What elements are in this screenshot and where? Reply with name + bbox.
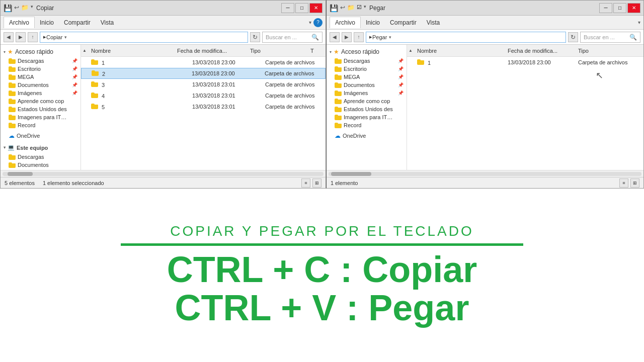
- right-documentos-pin-icon: 📌: [398, 82, 404, 87]
- left-sidebar-aprende[interactable]: Aprende como cop: [1, 97, 80, 105]
- left-file-row-2[interactable]: 2 13/03/2018 23:00 Carpeta de archivos: [81, 68, 326, 79]
- right-col-nombre[interactable]: Nombre: [414, 48, 508, 54]
- left-sidebar-imagenes[interactable]: Imágenes 📌: [1, 89, 80, 97]
- right-sidebar-onedrive[interactable]: ☁ OneDrive: [327, 131, 407, 140]
- left-sidebar-descargas[interactable]: Descargas 📌: [1, 57, 80, 65]
- right-sidebar-record[interactable]: Record: [327, 121, 407, 129]
- right-close-button[interactable]: ✕: [627, 3, 640, 13]
- left-back-button[interactable]: ◀: [4, 32, 14, 42]
- right-tab-vista[interactable]: Vista: [422, 17, 445, 28]
- left-imagenes-folder-icon: [9, 90, 16, 96]
- left-minimize-button[interactable]: ─: [281, 3, 294, 13]
- right-sidebar-imagenes-itec[interactable]: Imagenes para ITEC: [327, 113, 407, 121]
- left-sidebar-escritorio[interactable]: Escritorio 📌: [1, 65, 80, 73]
- right-scrollbar-track[interactable]: [329, 172, 641, 176]
- right-back-button[interactable]: ◀: [330, 32, 340, 42]
- right-col-fecha[interactable]: Fecha de modifica...: [508, 48, 578, 54]
- left-help-button[interactable]: ?: [313, 18, 323, 27]
- right-sidebar-mega[interactable]: MEGA 📌: [327, 73, 407, 81]
- left-file-row-4[interactable]: 4 13/03/2018 23:01 Carpeta de archivos: [81, 90, 326, 101]
- right-address-path[interactable]: ▸ Pegar ▾: [366, 32, 566, 43]
- left-sidebar-imagenes-itec[interactable]: Imagenes para ITEC: [1, 113, 80, 121]
- left-view-grid-button[interactable]: ⊞: [312, 178, 321, 188]
- right-sidebar-aprende[interactable]: Aprende como cop: [327, 97, 407, 105]
- right-ribbon-expand-icon[interactable]: ▾: [638, 20, 640, 25]
- left-file-5-date: 13/03/2018 23:01: [192, 104, 265, 110]
- left-file-row-1[interactable]: 1 13/03/2018 23:00 Carpeta de archivos: [81, 57, 326, 68]
- left-up-button[interactable]: ↑: [28, 32, 38, 42]
- right-file-1-label: 1: [428, 60, 431, 66]
- right-tab-inicio[interactable]: Inicio: [361, 17, 385, 28]
- left-refresh-button[interactable]: ↻: [250, 32, 260, 42]
- right-search-box[interactable]: Buscar en ... 🔍: [580, 32, 640, 43]
- right-search-icon[interactable]: 🔍: [629, 34, 637, 41]
- right-sidebar-escritorio[interactable]: Escritorio 📌: [327, 65, 407, 73]
- right-sidebar-imagenes[interactable]: Imágenes 📌: [327, 89, 407, 97]
- right-scrollbar-h[interactable]: [327, 170, 643, 177]
- left-sidebar-quick-access-header[interactable]: ▾ ★ Acceso rápido: [1, 47, 80, 57]
- right-tab-compartir[interactable]: Compartir: [385, 17, 422, 28]
- right-refresh-button[interactable]: ↻: [568, 32, 578, 42]
- right-sidebar-documentos[interactable]: Documentos 📌: [327, 81, 407, 89]
- left-file-row-5[interactable]: 5 13/03/2018 23:01 Carpeta de archivos: [81, 101, 326, 112]
- left-search-icon[interactable]: 🔍: [311, 34, 319, 41]
- right-view-list-button[interactable]: ≡: [619, 178, 628, 188]
- left-mega-label: MEGA: [18, 74, 34, 80]
- right-file-1-folder-icon: [417, 59, 424, 65]
- left-file-1-name: 1: [88, 59, 192, 66]
- right-path-dropdown[interactable]: ▾: [389, 35, 391, 40]
- right-sidebar-estados[interactable]: Estados Unidos des: [327, 105, 407, 113]
- left-tab-vista[interactable]: Vista: [96, 17, 119, 28]
- left-view-list-button[interactable]: ≡: [301, 178, 310, 188]
- left-titlebar-controls[interactable]: ─ □ ✕: [281, 3, 323, 13]
- left-path-dropdown[interactable]: ▾: [64, 35, 67, 40]
- right-tab-archivo[interactable]: Archivo: [330, 17, 361, 28]
- left-col-tipo[interactable]: Tipo: [250, 48, 310, 54]
- left-file-1-folder-icon: [91, 59, 98, 65]
- left-sidebar-computer-header[interactable]: ▾ 💻 Este equipo: [1, 142, 80, 153]
- right-col-tipo[interactable]: Tipo: [578, 48, 643, 54]
- left-tab-compartir[interactable]: Compartir: [59, 17, 96, 28]
- left-statusbar: 5 elementos 1 elemento seleccionado ≡ ⊞: [1, 177, 326, 188]
- left-scrollbar-track[interactable]: [3, 172, 324, 176]
- left-sidebar-computer-documentos[interactable]: Documentos: [1, 161, 80, 169]
- right-sidebar-quick-access-header[interactable]: ▾ ★ Acceso rápido: [327, 47, 407, 57]
- right-forward-button[interactable]: ▶: [342, 32, 352, 42]
- left-file-row-3[interactable]: 3 13/03/2018 23:01 Carpeta de archivos: [81, 79, 326, 90]
- left-sidebar: ▾ ★ Acceso rápido Descargas 📌 Escritorio: [1, 45, 81, 170]
- right-star-icon: ★: [334, 48, 339, 55]
- left-file-1-type: Carpeta de archivos: [265, 59, 326, 65]
- left-scrollbar-h[interactable]: [1, 170, 326, 177]
- left-sidebar-computer-descargas[interactable]: Descargas: [1, 153, 80, 161]
- left-col-nombre[interactable]: Nombre: [88, 48, 177, 54]
- left-address-path[interactable]: ▸ Copiar ▾: [40, 32, 248, 43]
- right-view-grid-button[interactable]: ⊞: [630, 178, 639, 188]
- left-close-button[interactable]: ✕: [309, 3, 323, 13]
- right-scrollbar-thumb[interactable]: [331, 172, 371, 176]
- left-file-4-date: 13/03/2018 23:01: [192, 93, 265, 99]
- right-sidebar-descargas[interactable]: Descargas 📌: [327, 57, 407, 65]
- left-scrollbar-thumb[interactable]: [8, 172, 33, 176]
- right-maximize-button[interactable]: □: [613, 3, 626, 13]
- left-tab-archivo[interactable]: Archivo: [4, 17, 35, 28]
- right-up-button[interactable]: ↑: [354, 32, 364, 42]
- left-sidebar-documentos[interactable]: Documentos 📌: [1, 81, 80, 89]
- left-sort-arrow: ▲: [83, 48, 87, 53]
- right-titlebar-controls[interactable]: ─ □ ✕: [599, 3, 640, 13]
- left-maximize-button[interactable]: □: [295, 3, 308, 13]
- right-minimize-button[interactable]: ─: [599, 3, 612, 13]
- left-tab-inicio[interactable]: Inicio: [35, 17, 59, 28]
- right-file-row-1[interactable]: 1 13/03/2018 23:00 Carpeta de archivos: [407, 57, 643, 68]
- left-col-fecha[interactable]: Fecha de modifica...: [177, 48, 250, 54]
- left-sidebar-estados[interactable]: Estados Unidos des: [1, 105, 80, 113]
- left-search-box[interactable]: Buscar en ... 🔍: [262, 32, 323, 43]
- right-record-folder-icon: [335, 123, 342, 128]
- left-forward-button[interactable]: ▶: [16, 32, 26, 42]
- left-sidebar-onedrive[interactable]: ☁ OneDrive: [1, 131, 80, 140]
- left-sidebar-mega[interactable]: MEGA 📌: [1, 73, 80, 81]
- left-ribbon-expand-icon[interactable]: ▾: [309, 20, 311, 25]
- left-sidebar-record[interactable]: Record: [1, 121, 80, 129]
- right-statusbar-elements: 1 elemento: [331, 180, 358, 186]
- presentation-title: COPIAR Y PEGAR POR EL TECLADO: [170, 223, 474, 239]
- right-file-1-type: Carpeta de archivos: [578, 59, 643, 65]
